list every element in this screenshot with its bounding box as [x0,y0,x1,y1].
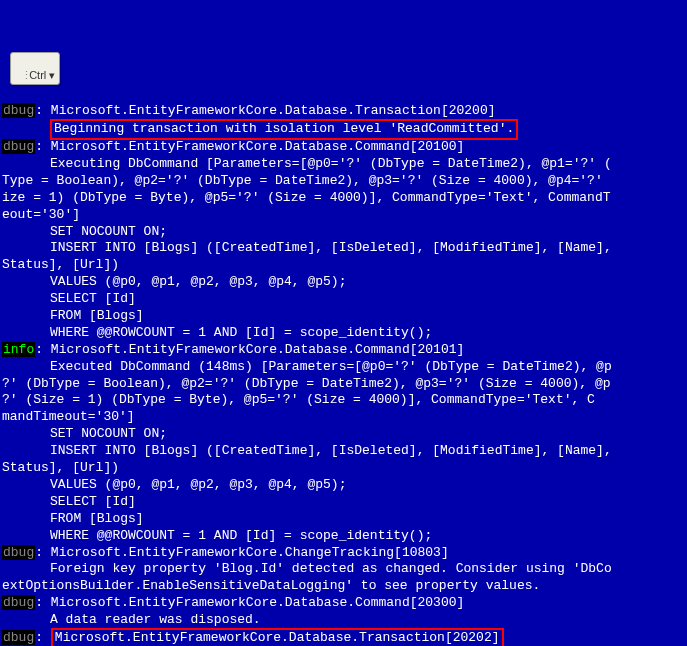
colon: : [35,342,51,357]
log-line: Status], [Url]) [2,460,685,477]
log-message: Microsoft.EntityFrameworkCore.Database.T… [51,103,496,118]
log-line: Type = Boolean), @p2='?' (DbType = DateT… [2,173,685,190]
log-line: mandTimeout='30'] [2,409,685,426]
log-message: Type = Boolean), @p2='?' (DbType = DateT… [2,173,603,188]
highlight-box: Microsoft.EntityFrameworkCore.Database.T… [51,628,504,646]
log-message: Status], [Url]) [2,257,119,272]
log-line: SET NOCOUNT ON; [2,426,685,443]
log-line: dbug: Microsoft.EntityFrameworkCore.Chan… [2,545,685,562]
log-message: Foreign key property 'Blog.Id' detected … [50,561,612,576]
log-line: dbug: Microsoft.EntityFrameworkCore.Data… [2,629,685,646]
log-line: info: Microsoft.EntityFrameworkCore.Data… [2,342,685,359]
log-message: ize = 1) (DbType = Byte), @p5='?' (Size … [2,190,611,205]
log-level-dbug: dbug [2,545,35,560]
colon: : [35,630,51,645]
log-message: extOptionsBuilder.EnableSensitiveDataLog… [2,578,540,593]
log-line: Status], [Url]) [2,257,685,274]
console-output: dbug: Microsoft.EntityFrameworkCore.Data… [2,103,685,646]
log-message: ?' (DbType = Boolean), @p2='?' (DbType =… [2,376,611,391]
log-message: SELECT [Id] [50,494,136,509]
log-line: dbug: Microsoft.EntityFrameworkCore.Data… [2,595,685,612]
log-message: SET NOCOUNT ON; [50,426,167,441]
log-message: WHERE @@ROWCOUNT = 1 AND [Id] = scope_id… [50,528,432,543]
highlight-box: Beginning transaction with isolation lev… [50,119,518,140]
log-message: VALUES (@p0, @p1, @p2, @p3, @p4, @p5); [50,274,346,289]
log-message: mandTimeout='30'] [2,409,135,424]
colon: : [35,103,51,118]
log-level-dbug: dbug [2,630,35,645]
log-message: Microsoft.EntityFrameworkCore.Database.T… [55,630,500,645]
log-line: extOptionsBuilder.EnableSensitiveDataLog… [2,578,685,595]
log-message: Executed DbCommand (148ms) [Parameters=[… [50,359,612,374]
log-line: WHERE @@ROWCOUNT = 1 AND [Id] = scope_id… [2,528,685,545]
log-line: Executed DbCommand (148ms) [Parameters=[… [2,359,685,376]
log-message: Microsoft.EntityFrameworkCore.Database.C… [51,342,464,357]
log-message: Beginning transaction with isolation lev… [54,121,514,136]
log-line: ?' (DbType = Boolean), @p2='?' (DbType =… [2,376,685,393]
log-message: ?' (Size = 1) (DbType = Byte), @p5='?' (… [2,392,595,407]
log-message: Microsoft.EntityFrameworkCore.Database.C… [51,595,464,610]
log-line: ize = 1) (DbType = Byte), @p5='?' (Size … [2,190,685,207]
log-line: Executing DbCommand [Parameters=[@p0='?'… [2,156,685,173]
log-message: Executing DbCommand [Parameters=[@p0='?'… [50,156,612,171]
log-line: INSERT INTO [Blogs] ([CreatedTime], [IsD… [2,240,685,257]
log-line: SELECT [Id] [2,494,685,511]
log-message: Microsoft.EntityFrameworkCore.ChangeTrac… [51,545,449,560]
log-message: INSERT INTO [Blogs] ([CreatedTime], [IsD… [50,443,620,458]
log-line: ?' (Size = 1) (DbType = Byte), @p5='?' (… [2,392,685,409]
log-line: FROM [Blogs] [2,308,685,325]
log-message: Microsoft.EntityFrameworkCore.Database.C… [51,139,464,154]
log-level-dbug: dbug [2,103,35,118]
log-line: A data reader was disposed. [2,612,685,629]
colon: : [35,139,51,154]
log-line: SELECT [Id] [2,291,685,308]
log-level-dbug: dbug [2,595,35,610]
log-message: VALUES (@p0, @p1, @p2, @p3, @p4, @p5); [50,477,346,492]
log-level-dbug: dbug [2,139,35,154]
log-level-info: info [2,342,35,357]
colon: : [35,595,51,610]
log-message: INSERT INTO [Blogs] ([CreatedTime], [IsD… [50,240,620,255]
log-line: eout='30'] [2,207,685,224]
log-line: dbug: Microsoft.EntityFrameworkCore.Data… [2,103,685,120]
log-line: VALUES (@p0, @p1, @p2, @p3, @p4, @p5); [2,274,685,291]
paste-ctrl-pill[interactable]: ⋮Ctrl ▾ [10,52,60,85]
log-message: A data reader was disposed. [50,612,261,627]
log-line: INSERT INTO [Blogs] ([CreatedTime], [IsD… [2,443,685,460]
colon: : [35,545,51,560]
ctrl-label: Ctrl [29,69,46,81]
log-message: WHERE @@ROWCOUNT = 1 AND [Id] = scope_id… [50,325,432,340]
grip-icon: ⋮ [21,68,27,82]
log-line: Foreign key property 'Blog.Id' detected … [2,561,685,578]
log-message: eout='30'] [2,207,80,222]
log-message: FROM [Blogs] [50,308,144,323]
log-line: VALUES (@p0, @p1, @p2, @p3, @p4, @p5); [2,477,685,494]
log-line: WHERE @@ROWCOUNT = 1 AND [Id] = scope_id… [2,325,685,342]
log-message: Status], [Url]) [2,460,119,475]
log-message: FROM [Blogs] [50,511,144,526]
log-line: SET NOCOUNT ON; [2,224,685,241]
log-message: SET NOCOUNT ON; [50,224,167,239]
log-message: SELECT [Id] [50,291,136,306]
log-line: Beginning transaction with isolation lev… [2,120,685,139]
log-line: FROM [Blogs] [2,511,685,528]
log-line: dbug: Microsoft.EntityFrameworkCore.Data… [2,139,685,156]
